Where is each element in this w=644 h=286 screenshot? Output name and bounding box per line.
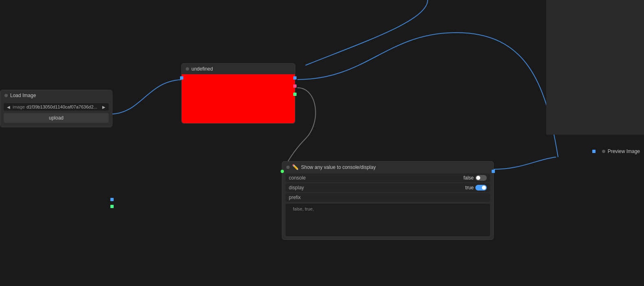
show-value-node: ✏️ Show any value to console/display con… (282, 161, 494, 240)
display-value: true (465, 185, 474, 191)
display-value-container: true (465, 185, 487, 191)
console-row: console false (286, 173, 490, 182)
show-value-output-port[interactable] (492, 170, 495, 173)
load-image-status-dot (4, 94, 8, 97)
undefined-image-preview (182, 74, 295, 123)
preview-input-port[interactable] (592, 150, 596, 153)
show-value-status-dot (286, 166, 290, 169)
undefined-in-port-1[interactable] (180, 76, 183, 80)
preview-status-dot (602, 150, 605, 153)
preview-image-title-bar: Preview Image (598, 147, 644, 156)
undefined-out-port-3[interactable] (293, 93, 297, 96)
image-selector[interactable]: ◀ image d1f39b13050d1140caf07a7636d2... … (4, 103, 109, 111)
console-toggle[interactable] (475, 175, 487, 181)
next-image-button[interactable]: ▶ (101, 105, 106, 109)
undefined-status-dot (186, 67, 189, 71)
console-value: false (464, 175, 474, 181)
prefix-label: prefix (289, 195, 301, 200)
load-image-title: Load Image (0, 90, 112, 101)
load-image-node: Load Image ◀ image d1f39b13050d1140caf07… (0, 90, 112, 127)
prev-image-button[interactable]: ◀ (6, 105, 11, 109)
undefined-out-port-2[interactable] (293, 84, 297, 88)
undefined-node: undefined (181, 63, 295, 124)
node-canvas[interactable]: Load Image ◀ image d1f39b13050d1140caf07… (0, 0, 644, 286)
prefix-row: prefix (286, 193, 490, 202)
show-value-title: ✏️ Show any value to console/display (282, 162, 493, 173)
display-row: display true (286, 183, 490, 192)
upload-button[interactable]: upload (4, 113, 109, 123)
preview-image-label: Preview Image (608, 149, 640, 154)
load-image-label: Load Image (10, 93, 36, 98)
display-label: display (289, 185, 304, 191)
preview-image-panel (546, 0, 644, 135)
output-area: false, true, (286, 204, 490, 236)
show-value-input-port[interactable] (281, 170, 284, 173)
show-value-label: Show any value to console/display (301, 164, 376, 170)
console-label: console (289, 175, 306, 181)
load-image-output-port[interactable] (110, 198, 114, 201)
display-toggle[interactable] (475, 185, 487, 191)
image-field-label: image (13, 104, 25, 109)
undefined-node-title: undefined (182, 64, 295, 74)
undefined-out-port-1[interactable] (293, 76, 297, 80)
pen-icon: ✏️ (292, 164, 299, 170)
load-image-output-port-2[interactable] (110, 205, 114, 208)
undefined-label: undefined (191, 66, 213, 72)
console-value-container: false (464, 175, 487, 181)
image-filename: d1f39b13050d1140caf07a7636d2... (26, 104, 100, 109)
output-text: false, true, (289, 204, 318, 214)
